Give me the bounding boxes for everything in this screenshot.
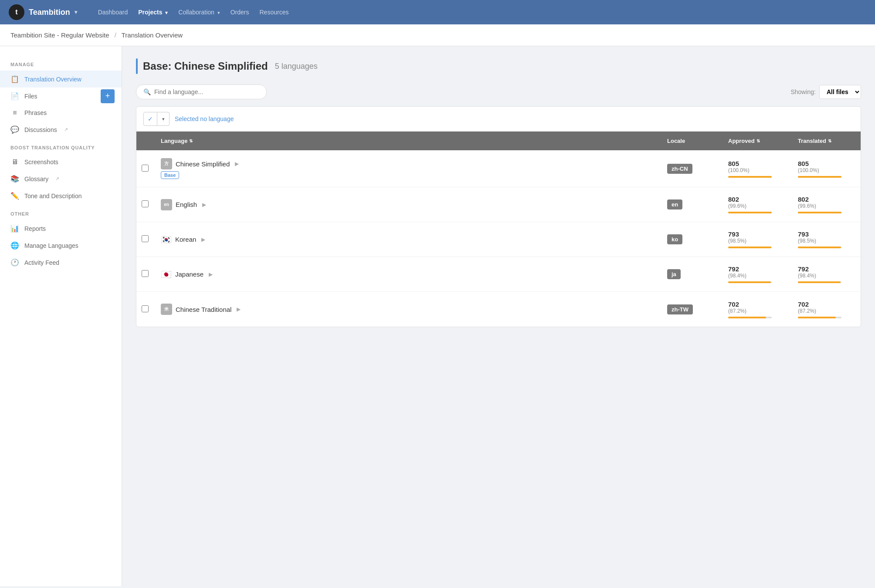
files-icon: 📄 (10, 92, 19, 100)
translated-progress-fill (798, 176, 841, 178)
sidebar-item-reports[interactable]: 📊 Reports (0, 220, 122, 237)
row-approved-cell: 702 (87.2%) (721, 299, 791, 320)
col-header-locale: Locale (660, 136, 721, 146)
brand-logo: t (9, 4, 24, 20)
language-flag: en (161, 199, 172, 210)
nav-collaboration[interactable]: Collaboration ▾ (178, 9, 220, 16)
locale-badge: en (667, 199, 682, 210)
language-flag: 🇯🇵 (161, 269, 172, 280)
row-translated-cell: 702 (87.2%) (791, 299, 861, 320)
row-checkbox-cell (136, 305, 154, 314)
sidebar-item-discussions[interactable]: 💬 Discussions ↗ (0, 121, 122, 138)
page-header-bar (136, 58, 138, 74)
table-toolbar: ✓ ▾ Selected no language (136, 107, 861, 132)
col-header-approved[interactable]: Approved ⇅ (721, 136, 791, 146)
approved-pct: (87.2%) (728, 308, 784, 314)
sidebar-item-label: Glossary (24, 176, 48, 182)
translated-progress-fill (798, 317, 836, 318)
language-name[interactable]: en English ▶ (161, 199, 653, 210)
locale-badge: ko (667, 234, 682, 244)
search-input[interactable] (154, 88, 259, 95)
page-subtitle: 5 languages (275, 62, 318, 71)
sidebar-item-label: Tone and Description (24, 193, 82, 199)
sidebar-item-label: Discussions (24, 126, 57, 133)
topnav: t Teambition ▾ Dashboard Projects ▾ Coll… (0, 0, 875, 24)
row-checkbox[interactable] (142, 270, 149, 277)
sidebar-section-manage: MANAGE (0, 55, 122, 71)
row-checkbox[interactable] (142, 165, 149, 172)
approved-value: 802 (728, 196, 784, 203)
approved-value: 702 (728, 301, 784, 308)
search-icon: 🔍 (143, 88, 151, 95)
translated-value: 802 (798, 196, 854, 203)
approved-pct: (99.6%) (728, 203, 784, 209)
table-row: 🇯🇵 Japanese ▶ ja 792 (98.4%) 792 (136, 257, 861, 292)
sidebar-item-tone[interactable]: ✏️ Tone and Description (0, 187, 122, 204)
sidebar-item-glossary[interactable]: 📚 Glossary ↗ (0, 170, 122, 187)
sidebar-item-activity-feed[interactable]: 🕐 Activity Feed (0, 254, 122, 271)
sidebar-item-manage-languages[interactable]: 🌐 Manage Languages (0, 237, 122, 254)
approved-progress-bg (728, 247, 772, 248)
approved-progress-bg (728, 281, 772, 283)
translated-progress-fill (798, 212, 841, 213)
collaboration-arrow-icon: ▾ (217, 10, 220, 15)
language-name[interactable]: 🇰🇷 Korean ▶ (161, 234, 653, 245)
approved-progress-fill (728, 247, 771, 248)
sidebar-item-phrases[interactable]: ≡ Phrases (0, 105, 122, 121)
nav-dashboard[interactable]: Dashboard (98, 9, 128, 16)
locale-badge: ja (667, 269, 681, 279)
translated-value: 793 (798, 230, 854, 238)
translated-pct: (99.6%) (798, 203, 854, 209)
tone-icon: ✏️ (10, 192, 19, 200)
row-locale-cell: ko (660, 233, 721, 246)
language-name[interactable]: 方 Chinese Simplified ▶ (161, 158, 653, 169)
row-translated-cell: 802 (99.6%) (791, 194, 861, 215)
sidebar-item-label: Activity Feed (24, 259, 59, 266)
approved-progress-fill (728, 317, 766, 318)
breadcrumb-separator: / (115, 31, 116, 39)
reports-icon: 📊 (10, 224, 19, 233)
row-approved-cell: 805 (100.0%) (721, 158, 791, 179)
nav-orders[interactable]: Orders (231, 9, 249, 16)
select-dropdown-button[interactable]: ▾ (157, 112, 170, 126)
row-language-cell: 🇯🇵 Japanese ▶ (154, 267, 660, 281)
col-header-translated[interactable]: Translated ⇅ (791, 136, 861, 146)
language-flag: 🇰🇷 (161, 234, 172, 245)
translated-progress-fill (798, 247, 841, 248)
row-checkbox[interactable] (142, 305, 149, 312)
language-expand-icon: ▶ (235, 161, 239, 167)
activity-feed-icon: 🕐 (10, 258, 19, 267)
language-name[interactable]: 🇯🇵 Japanese ▶ (161, 269, 653, 280)
row-language-cell: 米 Chinese Traditional ▶ (154, 302, 660, 317)
row-checkbox[interactable] (142, 200, 149, 207)
add-files-button[interactable]: + (101, 89, 115, 103)
sidebar-item-label: Reports (24, 225, 46, 232)
row-locale-cell: zh-TW (660, 303, 721, 316)
sidebar-item-files[interactable]: 📄 Files + (0, 88, 122, 105)
showing-dropdown[interactable]: All files (819, 85, 861, 99)
row-translated-cell: 793 (98.5%) (791, 229, 861, 250)
breadcrumb-site[interactable]: Teambition Site - Regular Website (10, 31, 109, 39)
sidebar-item-screenshots[interactable]: 🖥 Screenshots (0, 154, 122, 170)
language-sort-icon: ⇅ (189, 139, 193, 143)
translated-progress-bg (798, 281, 841, 283)
brand-dropdown-icon[interactable]: ▾ (75, 9, 77, 15)
nav-resources[interactable]: Resources (260, 9, 289, 16)
brand-name: Teambition (29, 8, 70, 17)
approved-sort-icon: ⇅ (756, 139, 760, 143)
language-name[interactable]: 米 Chinese Traditional ▶ (161, 304, 653, 315)
translated-value: 792 (798, 265, 854, 273)
language-flag: 米 (161, 304, 172, 315)
row-checkbox-cell (136, 165, 154, 173)
sidebar-item-translation-overview[interactable]: 📋 Translation Overview (0, 71, 122, 88)
approved-pct: (98.4%) (728, 273, 784, 279)
approved-progress-fill (728, 176, 772, 178)
nav-projects[interactable]: Projects ▾ (138, 9, 168, 16)
select-all-checkbox[interactable]: ✓ (143, 112, 157, 126)
row-checkbox[interactable] (142, 235, 149, 242)
showing-control: Showing: All files (790, 85, 861, 99)
sidebar: MANAGE 📋 Translation Overview 📄 Files + … (0, 46, 122, 586)
projects-arrow-icon: ▾ (165, 10, 168, 15)
phrases-icon: ≡ (10, 109, 19, 117)
col-header-language[interactable]: Language ⇅ (154, 136, 660, 146)
